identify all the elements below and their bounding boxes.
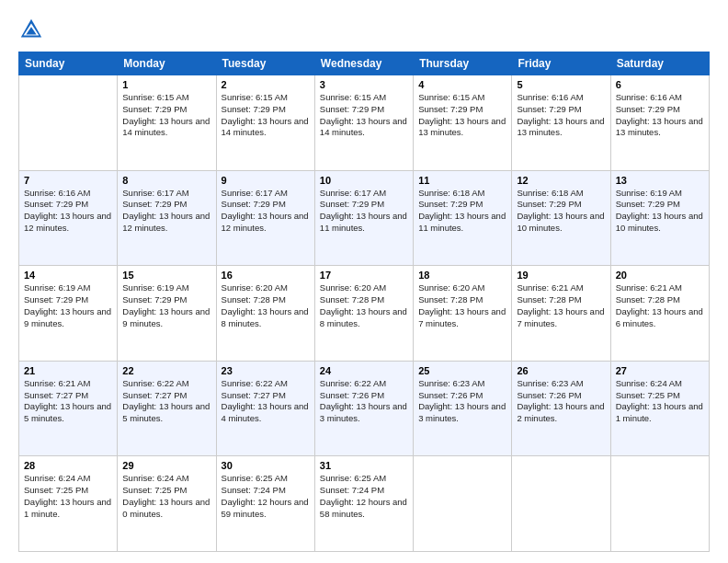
day-info: Sunrise: 6:19 AMSunset: 7:29 PMDaylight:… (616, 188, 704, 235)
calendar-cell: 17Sunrise: 6:20 AMSunset: 7:28 PMDayligh… (314, 266, 413, 362)
calendar-cell: 25Sunrise: 6:23 AMSunset: 7:26 PMDayligh… (414, 361, 512, 456)
day-info: Sunrise: 6:15 AMSunset: 7:29 PMDaylight:… (418, 92, 506, 139)
day-info: Sunrise: 6:21 AMSunset: 7:28 PMDaylight:… (517, 282, 605, 329)
day-number: 12 (517, 175, 605, 186)
day-info: Sunrise: 6:22 AMSunset: 7:27 PMDaylight:… (122, 378, 210, 425)
calendar-cell (610, 456, 709, 552)
day-number: 30 (222, 460, 310, 471)
calendar-cell: 6Sunrise: 6:16 AMSunset: 7:29 PMDaylight… (610, 75, 709, 171)
day-info: Sunrise: 6:23 AMSunset: 7:26 PMDaylight:… (517, 378, 605, 425)
day-info: Sunrise: 6:15 AMSunset: 7:29 PMDaylight:… (320, 92, 408, 139)
calendar-cell: 28Sunrise: 6:24 AMSunset: 7:25 PMDayligh… (19, 456, 118, 552)
day-number: 5 (517, 79, 605, 90)
day-info: Sunrise: 6:25 AMSunset: 7:24 PMDaylight:… (320, 473, 408, 520)
day-number: 13 (616, 175, 704, 186)
day-number: 11 (418, 175, 506, 186)
calendar-cell: 23Sunrise: 6:22 AMSunset: 7:27 PMDayligh… (216, 361, 314, 456)
day-number: 2 (222, 79, 310, 90)
calendar-cell: 19Sunrise: 6:21 AMSunset: 7:28 PMDayligh… (512, 266, 610, 362)
calendar-cell: 12Sunrise: 6:18 AMSunset: 7:29 PMDayligh… (512, 170, 610, 266)
day-info: Sunrise: 6:22 AMSunset: 7:27 PMDaylight:… (222, 378, 310, 425)
calendar-cell (512, 456, 610, 552)
calendar-cell: 26Sunrise: 6:23 AMSunset: 7:26 PMDayligh… (512, 361, 610, 456)
day-info: Sunrise: 6:24 AMSunset: 7:25 PMDaylight:… (122, 473, 210, 520)
day-number: 4 (418, 79, 506, 90)
calendar-cell: 4Sunrise: 6:15 AMSunset: 7:29 PMDaylight… (414, 75, 512, 171)
calendar-cell: 3Sunrise: 6:15 AMSunset: 7:29 PMDaylight… (314, 75, 413, 171)
day-number: 22 (122, 365, 210, 376)
day-number: 27 (616, 365, 704, 376)
day-info: Sunrise: 6:22 AMSunset: 7:26 PMDaylight:… (320, 378, 408, 425)
calendar-cell: 31Sunrise: 6:25 AMSunset: 7:24 PMDayligh… (314, 456, 413, 552)
calendar-cell: 9Sunrise: 6:17 AMSunset: 7:29 PMDaylight… (216, 170, 314, 266)
day-info: Sunrise: 6:20 AMSunset: 7:28 PMDaylight:… (222, 282, 310, 329)
calendar-cell: 16Sunrise: 6:20 AMSunset: 7:28 PMDayligh… (216, 266, 314, 362)
day-number: 29 (122, 460, 210, 471)
header (18, 17, 710, 42)
calendar-cell (414, 456, 512, 552)
day-number: 23 (222, 365, 310, 376)
day-number: 28 (24, 460, 112, 471)
day-info: Sunrise: 6:15 AMSunset: 7:29 PMDaylight:… (122, 92, 210, 139)
logo-icon (18, 17, 44, 42)
calendar-cell: 13Sunrise: 6:19 AMSunset: 7:29 PMDayligh… (610, 170, 709, 266)
calendar-week-row: 14Sunrise: 6:19 AMSunset: 7:29 PMDayligh… (19, 266, 710, 362)
day-info: Sunrise: 6:16 AMSunset: 7:29 PMDaylight:… (616, 92, 704, 139)
day-info: Sunrise: 6:23 AMSunset: 7:26 PMDaylight:… (418, 378, 506, 425)
day-info: Sunrise: 6:18 AMSunset: 7:29 PMDaylight:… (418, 188, 506, 235)
calendar-cell (19, 75, 118, 171)
day-header-monday: Monday (118, 52, 216, 75)
calendar-cell: 21Sunrise: 6:21 AMSunset: 7:27 PMDayligh… (19, 361, 118, 456)
calendar-week-row: 28Sunrise: 6:24 AMSunset: 7:25 PMDayligh… (19, 456, 710, 552)
day-number: 9 (222, 175, 310, 186)
day-info: Sunrise: 6:16 AMSunset: 7:29 PMDaylight:… (24, 188, 112, 235)
day-header-thursday: Thursday (414, 52, 512, 75)
day-number: 24 (320, 365, 408, 376)
day-number: 18 (418, 270, 506, 281)
calendar-week-row: 21Sunrise: 6:21 AMSunset: 7:27 PMDayligh… (19, 361, 710, 456)
day-info: Sunrise: 6:18 AMSunset: 7:29 PMDaylight:… (517, 188, 605, 235)
day-number: 20 (616, 270, 704, 281)
day-info: Sunrise: 6:19 AMSunset: 7:29 PMDaylight:… (122, 282, 210, 329)
day-info: Sunrise: 6:15 AMSunset: 7:29 PMDaylight:… (222, 92, 310, 139)
day-info: Sunrise: 6:21 AMSunset: 7:27 PMDaylight:… (24, 378, 112, 425)
day-number: 3 (320, 79, 408, 90)
day-info: Sunrise: 6:25 AMSunset: 7:24 PMDaylight:… (222, 473, 310, 520)
day-number: 19 (517, 270, 605, 281)
day-number: 25 (418, 365, 506, 376)
day-info: Sunrise: 6:16 AMSunset: 7:29 PMDaylight:… (517, 92, 605, 139)
calendar-cell: 27Sunrise: 6:24 AMSunset: 7:25 PMDayligh… (610, 361, 709, 456)
calendar-cell: 14Sunrise: 6:19 AMSunset: 7:29 PMDayligh… (19, 266, 118, 362)
day-header-saturday: Saturday (610, 52, 709, 75)
day-number: 7 (24, 175, 112, 186)
calendar-header-row: SundayMondayTuesdayWednesdayThursdayFrid… (19, 52, 710, 75)
calendar-cell: 18Sunrise: 6:20 AMSunset: 7:28 PMDayligh… (414, 266, 512, 362)
day-info: Sunrise: 6:21 AMSunset: 7:28 PMDaylight:… (616, 282, 704, 329)
day-number: 21 (24, 365, 112, 376)
day-number: 8 (122, 175, 210, 186)
calendar-cell: 20Sunrise: 6:21 AMSunset: 7:28 PMDayligh… (610, 266, 709, 362)
day-header-wednesday: Wednesday (314, 52, 413, 75)
day-number: 15 (122, 270, 210, 281)
calendar-week-row: 7Sunrise: 6:16 AMSunset: 7:29 PMDaylight… (19, 170, 710, 266)
day-number: 16 (222, 270, 310, 281)
calendar-table: SundayMondayTuesdayWednesdayThursdayFrid… (18, 52, 710, 552)
calendar-cell: 7Sunrise: 6:16 AMSunset: 7:29 PMDaylight… (19, 170, 118, 266)
day-info: Sunrise: 6:20 AMSunset: 7:28 PMDaylight:… (320, 282, 408, 329)
page: SundayMondayTuesdayWednesdayThursdayFrid… (0, 0, 728, 563)
day-number: 14 (24, 270, 112, 281)
logo (18, 17, 48, 42)
day-number: 31 (320, 460, 408, 471)
calendar-cell: 5Sunrise: 6:16 AMSunset: 7:29 PMDaylight… (512, 75, 610, 171)
day-header-friday: Friday (512, 52, 610, 75)
day-number: 6 (616, 79, 704, 90)
day-number: 10 (320, 175, 408, 186)
calendar-cell: 29Sunrise: 6:24 AMSunset: 7:25 PMDayligh… (118, 456, 216, 552)
day-header-sunday: Sunday (19, 52, 118, 75)
day-number: 1 (122, 79, 210, 90)
calendar-cell: 24Sunrise: 6:22 AMSunset: 7:26 PMDayligh… (314, 361, 413, 456)
day-header-tuesday: Tuesday (216, 52, 314, 75)
day-info: Sunrise: 6:17 AMSunset: 7:29 PMDaylight:… (320, 188, 408, 235)
calendar-cell: 30Sunrise: 6:25 AMSunset: 7:24 PMDayligh… (216, 456, 314, 552)
calendar-cell: 11Sunrise: 6:18 AMSunset: 7:29 PMDayligh… (414, 170, 512, 266)
